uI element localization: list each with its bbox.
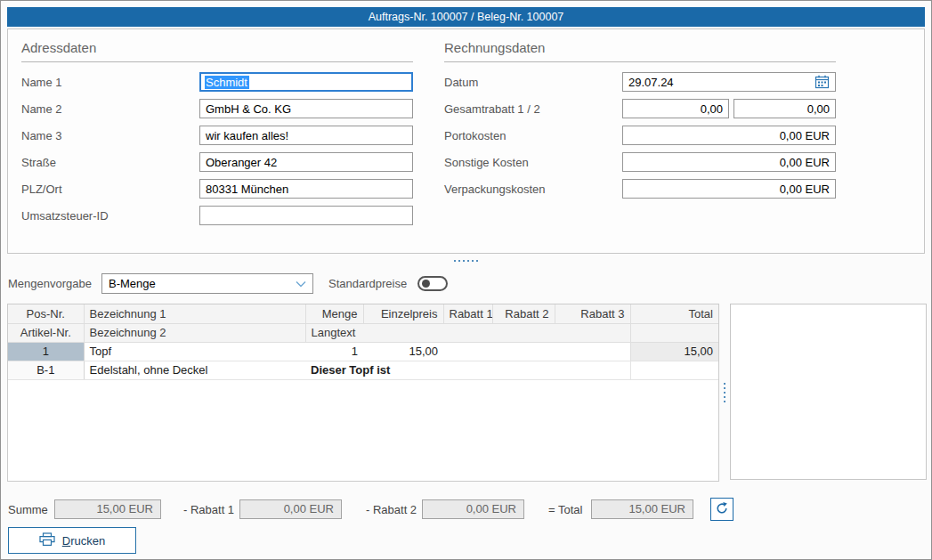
name2-field[interactable]: GmbH & Co. KG [199, 99, 413, 118]
gesamtrabatt-label: Gesamtrabatt 1 / 2 [444, 102, 622, 116]
col-header-rabatt-2: Rabatt 2 [492, 304, 555, 323]
strasse-field[interactable]: Oberanger 42 [199, 152, 413, 172]
vertical-splitter-handle[interactable] [722, 378, 727, 407]
drucken-button[interactable]: Drucken [8, 527, 136, 554]
form-field-row: Sonstige Kosten 0,00 EUR [444, 152, 836, 172]
total-label: = Total [548, 503, 591, 516]
name1-label: Name 1 [21, 76, 199, 89]
portokosten-field[interactable]: 0,00 EUR [622, 126, 836, 145]
verpackungskosten-label: Verpackungskosten [444, 183, 622, 196]
detail-panel[interactable] [730, 304, 927, 480]
order-window: Auftrags-Nr. 100007 / Beleg-Nr. 100007 A… [0, 0, 932, 560]
summary-bar: Summe 15,00 EUR - Rabatt 1 0,00 EUR - Ra… [8, 498, 733, 521]
cell-rabatt-1[interactable] [443, 342, 492, 361]
plz-ort-label: PLZ/Ort [21, 183, 199, 196]
header-panel: Adressdaten Name 1 Schmidt Name 2 GmbH &… [7, 28, 925, 254]
gesamtrabatt2-field[interactable]: 0,00 [733, 99, 836, 118]
cell-menge[interactable]: 1 [305, 342, 363, 361]
page-title: Auftrags-Nr. 100007 / Beleg-Nr. 100007 [369, 11, 564, 23]
form-field-row: Portokosten 0,00 EUR [444, 126, 836, 145]
positions-grid: Pos-Nr. Bezeichnung 1 Menge Einzelpreis … [7, 304, 719, 482]
form-field-row: Name 2 GmbH & Co. KG [21, 99, 413, 118]
portokosten-label: Portokosten [444, 129, 622, 142]
form-field-row: Name 3 wir kaufen alles! [21, 126, 413, 145]
address-section: Adressdaten Name 1 Schmidt Name 2 GmbH &… [21, 40, 413, 232]
col-header-bezeichnung-1: Bezeichnung 1 [84, 304, 305, 323]
name1-field[interactable]: Schmidt [199, 72, 413, 92]
printer-icon [39, 532, 55, 549]
col-header-rabatt-3: Rabatt 3 [555, 304, 630, 323]
cell-langtext[interactable]: Dieser Topf ist [305, 361, 630, 379]
cell-artikel-nr[interactable]: B-1 [8, 361, 84, 379]
col-header-einzelpreis: Einzelpreis [363, 304, 443, 323]
mengenvorgabe-value: B-Menge [109, 277, 156, 290]
cell-rabatt-2[interactable] [492, 342, 555, 361]
mengenvorgabe-label: Mengenvorgabe [8, 277, 101, 290]
form-field-row: Gesamtrabatt 1 / 2 0,00 0,00 [444, 99, 836, 118]
address-section-title: Adressdaten [21, 40, 413, 62]
col-header-total-spacer [630, 323, 718, 342]
gesamtrabatt1-field[interactable]: 0,00 [622, 99, 729, 118]
chevron-down-icon [296, 277, 306, 290]
drucken-label: Drucken [62, 534, 105, 548]
cell-total[interactable]: 15,00 [630, 342, 718, 361]
rabatt2-label: - Rabatt 2 [366, 503, 422, 516]
form-field-row: Umsatzsteuer-ID [21, 206, 413, 225]
col-header-menge: Menge [305, 304, 363, 323]
window-title-bar: Auftrags-Nr. 100007 / Beleg-Nr. 100007 [7, 7, 925, 27]
cell-einzelpreis[interactable]: 15,00 [363, 342, 443, 361]
plz-ort-field[interactable]: 80331 München [199, 179, 413, 199]
standardpreise-toggle[interactable] [417, 276, 448, 291]
positions-table: Pos-Nr. Bezeichnung 1 Menge Einzelpreis … [8, 304, 718, 380]
col-header-artikel-nr: Artikel-Nr. [8, 323, 84, 342]
calendar-icon[interactable] [814, 75, 830, 89]
cell-pos-nr[interactable]: 1 [8, 342, 84, 361]
name3-field[interactable]: wir kaufen alles! [199, 126, 413, 145]
gesamtrabatt-fields: 0,00 0,00 [622, 99, 836, 118]
table-header-row-2: Artikel-Nr. Bezeichnung 2 Langtext [8, 323, 718, 342]
col-header-bezeichnung-2: Bezeichnung 2 [84, 323, 305, 342]
table-row: B-1 Edelstahl, ohne Deckel Dieser Topf i… [8, 361, 718, 379]
toggle-knob [422, 280, 430, 288]
sonstige-kosten-field[interactable]: 0,00 EUR [622, 152, 836, 172]
name2-label: Name 2 [21, 102, 199, 116]
summe-label: Summe [8, 503, 54, 516]
cell-bezeichnung-2[interactable]: Edelstahl, ohne Deckel [84, 361, 305, 379]
col-header-rabatt-1: Rabatt 1 [443, 304, 492, 323]
sonstige-kosten-label: Sonstige Kosten [444, 156, 622, 169]
standardpreise-label: Standardpreise [328, 277, 407, 290]
name1-selected-text: Schmidt [205, 76, 249, 89]
cell-bezeichnung-1[interactable]: Topf [84, 342, 305, 361]
datum-value: 29.07.24 [628, 76, 674, 89]
rabatt1-label: - Rabatt 1 [183, 503, 239, 516]
form-field-row: Datum 29.07.24 [444, 72, 836, 92]
strasse-label: Straße [21, 156, 199, 169]
invoice-section-title: Rechnungsdaten [444, 40, 836, 62]
name3-label: Name 3 [21, 129, 199, 142]
rabatt1-field: 0,00 EUR [239, 499, 342, 519]
rabatt2-field: 0,00 EUR [422, 499, 524, 519]
table-header-row-1: Pos-Nr. Bezeichnung 1 Menge Einzelpreis … [8, 304, 718, 323]
datum-label: Datum [444, 76, 622, 89]
invoice-section: Rechnungsdaten Datum 29.07.24 [444, 40, 836, 206]
verpackungskosten-field[interactable]: 0,00 EUR [622, 179, 836, 199]
cell-total-spacer [630, 361, 718, 379]
refresh-icon [715, 501, 729, 518]
summe-field: 15,00 EUR [54, 499, 161, 519]
total-field: 15,00 EUR [591, 499, 693, 519]
recalculate-button[interactable] [710, 498, 733, 521]
col-header-total: Total [630, 304, 718, 323]
datum-field[interactable]: 29.07.24 [622, 72, 836, 92]
col-header-pos-nr: Pos-Nr. [8, 304, 84, 323]
form-field-row: Verpackungskosten 0,00 EUR [444, 179, 836, 199]
positions-toolbar: Mengenvorgabe B-Menge Standardpreise [8, 273, 448, 294]
form-field-row: Name 1 Schmidt [21, 72, 413, 92]
mengenvorgabe-select[interactable]: B-Menge [101, 273, 313, 294]
umsatzsteuer-id-label: Umsatzsteuer-ID [21, 209, 199, 223]
table-row: 1 Topf 1 15,00 15,00 [8, 342, 718, 361]
form-field-row: Straße Oberanger 42 [21, 152, 413, 172]
horizontal-splitter-handle[interactable] [1, 257, 931, 264]
cell-rabatt-3[interactable] [555, 342, 630, 361]
umsatzsteuer-id-field[interactable] [199, 206, 413, 225]
col-header-langtext: Langtext [305, 323, 630, 342]
